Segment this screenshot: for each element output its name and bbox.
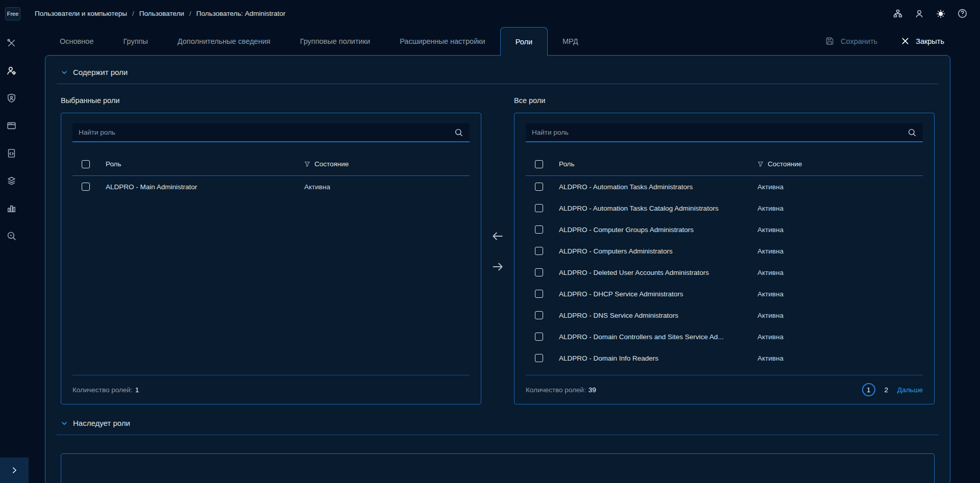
- section-contains-roles-toggle[interactable]: Содержит роли: [61, 68, 935, 77]
- role-name: ALDPRO - Domain Controllers and Sites Se…: [559, 333, 757, 341]
- role-name: ALDPRO - Automation Tasks Catalog Admini…: [559, 205, 757, 212]
- all-roles-rows: ALDPRO - Automation Tasks Administrators…: [526, 176, 923, 375]
- all-roles-box: Роль Состояние ALDPRO - Automation Tasks…: [514, 113, 935, 404]
- role-state: Активна: [757, 247, 783, 255]
- all-roles-searchbar: [526, 123, 923, 142]
- roles-count-value: 1: [135, 386, 139, 394]
- selected-roles-search-input[interactable]: [79, 129, 454, 136]
- role-name: ALDPRO - Computer Groups Administrators: [559, 226, 757, 234]
- script-file-icon[interactable]: [4, 145, 19, 161]
- row-checkbox[interactable]: [535, 354, 543, 362]
- tab-groups[interactable]: Группы: [108, 27, 162, 55]
- search-icon[interactable]: [454, 128, 463, 137]
- state-column-header: Состояние: [768, 160, 802, 168]
- sidebar: [0, 27, 23, 483]
- app-logo: Free: [5, 7, 20, 20]
- selected-roles-table-header: Роль Состояние: [72, 152, 470, 176]
- row-checkbox[interactable]: [535, 311, 543, 319]
- all-roles-title: Все роли: [514, 96, 935, 105]
- breadcrumb-separator: /: [132, 10, 134, 17]
- pagination: 1 2 Дальше: [862, 383, 923, 396]
- selected-roles-rows: ALDPRO - Main Administrator Активна: [72, 176, 470, 375]
- users-settings-icon[interactable]: [4, 63, 19, 78]
- select-all-checkbox[interactable]: [535, 160, 543, 168]
- tab-group-policies[interactable]: Групповые политики: [285, 27, 385, 55]
- help-icon[interactable]: [957, 8, 968, 19]
- select-all-checkbox[interactable]: [82, 160, 90, 168]
- sidebar-expand-button[interactable]: [0, 457, 29, 483]
- breadcrumb-users[interactable]: Пользователи: [139, 10, 184, 17]
- search-icon[interactable]: [908, 128, 917, 137]
- section-divider: [57, 435, 939, 435]
- table-row[interactable]: ALDPRO - Main Administrator Активна: [72, 176, 470, 197]
- section-contains-roles-title: Содержит роли: [73, 68, 128, 77]
- table-row[interactable]: ALDPRO - Automation Tasks Catalog Admini…: [526, 197, 923, 219]
- row-checkbox[interactable]: [535, 333, 543, 341]
- filter-icon[interactable]: [304, 161, 310, 167]
- section-inherits-roles-toggle[interactable]: Наследует роли: [61, 419, 935, 427]
- transfer-arrows: [481, 106, 514, 397]
- tab-mrd[interactable]: МРД: [548, 27, 593, 55]
- table-row[interactable]: ALDPRO - Automation Tasks Administrators…: [526, 176, 923, 197]
- row-checkbox[interactable]: [535, 268, 543, 276]
- all-roles-search-input[interactable]: [532, 129, 908, 136]
- inherited-roles-box: [61, 453, 935, 483]
- tab-additional-info[interactable]: Дополнительные сведения: [163, 27, 285, 55]
- chevron-down-icon: [61, 420, 68, 427]
- theme-toggle-icon[interactable]: [936, 9, 946, 19]
- filter-icon[interactable]: [757, 161, 764, 167]
- page-1-button[interactable]: 1: [862, 383, 875, 396]
- breadcrumb-current-user: Пользователь: Administrator: [197, 10, 286, 17]
- user-icon[interactable]: [914, 9, 924, 19]
- role-state: Активна: [304, 183, 330, 191]
- tab-bar: Основное Группы Дополнительные сведения …: [23, 27, 980, 55]
- next-page-button[interactable]: Дальше: [897, 386, 923, 394]
- all-roles-table-header: Роль Состояние: [526, 152, 923, 176]
- role-state: Активна: [757, 269, 783, 276]
- breadcrumb-separator: /: [189, 10, 191, 17]
- audit-search-icon[interactable]: [4, 228, 19, 243]
- table-row[interactable]: ALDPRO - DHCP Service Administrators Акт…: [526, 283, 923, 304]
- role-state: Активна: [757, 333, 783, 341]
- role-name: ALDPRO - Computers Administrators: [559, 247, 757, 255]
- row-checkbox[interactable]: [535, 183, 543, 191]
- table-row[interactable]: ALDPRO - Domain Info Readers Активна: [526, 347, 923, 369]
- save-button[interactable]: Сохранить: [825, 36, 877, 46]
- table-row[interactable]: ALDPRO - Computer Groups Administrators …: [526, 219, 923, 240]
- window-icon[interactable]: [4, 118, 19, 133]
- role-state: Активна: [757, 312, 783, 319]
- state-column-header: Состояние: [314, 160, 349, 168]
- role-state: Активна: [757, 205, 783, 212]
- selected-roles-title: Выбранные роли: [61, 96, 481, 105]
- table-row[interactable]: ALDPRO - DNS Service Administrators Акти…: [526, 304, 923, 326]
- topbar: Free Пользователи и компьютеры / Пользов…: [0, 0, 980, 27]
- save-label: Сохранить: [841, 37, 877, 45]
- table-row[interactable]: ALDPRO - Domain Controllers and Sites Se…: [526, 326, 923, 347]
- close-label: Закрыть: [916, 37, 944, 45]
- tab-advanced-settings[interactable]: Расширенные настройки: [385, 27, 500, 55]
- all-roles-footer: Количество ролей: 39 1 2 Дальше: [526, 375, 923, 404]
- section-divider: [57, 84, 939, 84]
- row-checkbox[interactable]: [535, 204, 543, 212]
- table-row[interactable]: ALDPRO - Computers Administrators Активн…: [526, 240, 923, 262]
- org-structure-icon[interactable]: [893, 9, 903, 19]
- layers-icon[interactable]: [4, 173, 19, 188]
- move-left-arrow-button[interactable]: [491, 230, 504, 243]
- row-checkbox[interactable]: [535, 225, 543, 234]
- row-checkbox[interactable]: [535, 247, 543, 255]
- tab-main[interactable]: Основное: [45, 27, 108, 55]
- section-inherits-roles-title: Наследует роли: [73, 419, 130, 427]
- security-shield-icon[interactable]: [4, 90, 19, 106]
- tools-icon[interactable]: [4, 35, 19, 50]
- page-2-button[interactable]: 2: [885, 386, 889, 394]
- selected-roles-footer: Количество ролей: 1: [72, 375, 470, 404]
- tab-roles[interactable]: Роли: [500, 27, 548, 56]
- statistics-icon[interactable]: [4, 200, 19, 216]
- row-checkbox[interactable]: [82, 183, 90, 191]
- row-checkbox[interactable]: [535, 290, 543, 298]
- close-button[interactable]: Закрыть: [901, 37, 944, 45]
- breadcrumb-users-and-computers[interactable]: Пользователи и компьютеры: [35, 10, 127, 17]
- table-row[interactable]: ALDPRO - Deleted User Accounts Administr…: [526, 262, 923, 283]
- move-right-arrow-button[interactable]: [491, 260, 504, 273]
- role-name: ALDPRO - DNS Service Administrators: [559, 312, 757, 319]
